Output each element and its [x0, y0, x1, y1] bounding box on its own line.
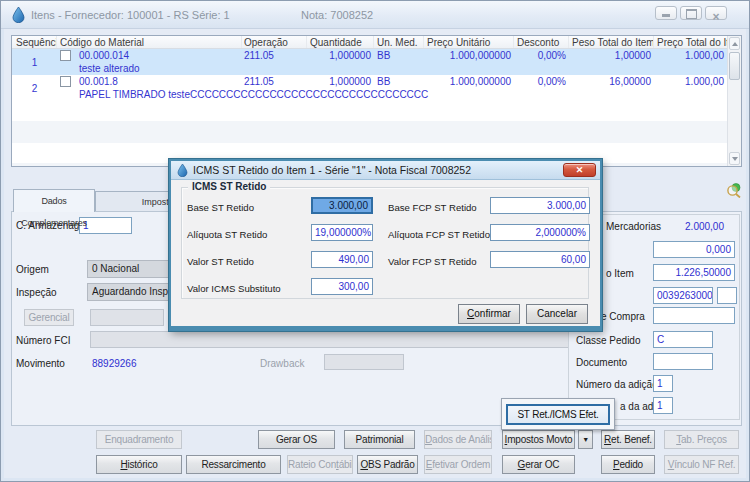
column-header-peso-total[interactable]: Peso Total do Item [569, 36, 654, 48]
row-description: teste alterado [77, 62, 727, 75]
row-unit: BB [374, 49, 424, 62]
row-checkbox-cell [57, 49, 77, 62]
dialog-close-button[interactable]: ✕ [563, 163, 596, 177]
patrimonial-button[interactable]: Patrimonial [344, 430, 415, 449]
row-weight-total: 1,00000 [569, 49, 654, 62]
tab-dados-complementares[interactable]: Dados Complementares [13, 189, 95, 212]
gerencial-button[interactable]: Gerencial [24, 309, 74, 326]
column-header-operacao[interactable]: Operação [242, 36, 307, 48]
vertical-scrollbar[interactable] [727, 36, 741, 166]
st-ret-icms-button[interactable]: ST Ret./ICMS Efet. [506, 404, 610, 425]
historico-button[interactable]: Histórico [96, 455, 182, 474]
preco-item-label: o Item [606, 268, 634, 279]
efetivar-ordem-button[interactable]: Efetivar Ordem [424, 455, 492, 474]
row-quantity: 1,000000 [307, 49, 374, 62]
row-description: PAPEL TIMBRADO testeCCCCCCCCCCCCCCCCCCCC… [77, 88, 727, 101]
ret-benef-button[interactable]: Ret. Benef. [601, 430, 655, 449]
dialog-titlebar: ICMS ST Retido do Item 1 - Série "1" - N… [171, 161, 600, 180]
gerencial-field [90, 309, 164, 326]
arrow-down-icon [732, 157, 738, 161]
origem-label: Origem [16, 264, 49, 275]
zoom-icon[interactable] [726, 182, 742, 198]
maximize-button[interactable] [680, 6, 702, 20]
row-code: 00.001.8 [77, 75, 242, 88]
base-st-label: Base ST Retido [187, 202, 254, 213]
rateio-contabil-button[interactable]: Rateio Contábil [287, 455, 353, 474]
valor-icms-substituto-label: Valor ICMS Substituto [187, 283, 281, 294]
table-header: Sequência Código do Material Operação Qu… [12, 36, 727, 49]
minimize-button[interactable] [655, 6, 677, 20]
aliquota-fcp-label: Alíquota FCP ST Retido [388, 229, 490, 240]
table-body: 100.000.014211.051,000000BB1.000,0000000… [12, 49, 727, 101]
row-checkbox[interactable] [60, 50, 71, 61]
dialog-icon [177, 164, 188, 177]
base-st-input[interactable]: 3.000,00 [311, 197, 373, 214]
aliquota-st-input[interactable]: 19,000000% [311, 224, 373, 241]
row-operation: 211.05 [242, 49, 307, 62]
valor-icms-substituto-input[interactable]: 300,00 [311, 278, 373, 295]
row-checkbox[interactable] [60, 76, 71, 87]
valor-fcp-label: Valor FCP ST Retido [388, 256, 477, 267]
dados-analise-button[interactable]: Dados de Análise [424, 430, 492, 449]
row-sequence: 2 [12, 75, 57, 101]
aliquota-st-label: Alíquota ST Retido [187, 229, 267, 240]
codigo-aux-field[interactable] [717, 287, 737, 304]
table-row[interactable]: 200.001.8211.051,000000BB1.000,0000000,0… [12, 75, 727, 101]
aliquota-fcp-input[interactable]: 2,000000% [490, 224, 590, 241]
peso-field[interactable]: 0,000 [653, 241, 735, 258]
numero-adicao-label: Número da adição [576, 379, 658, 390]
drawback-field [324, 354, 404, 370]
row-code: 00.000.014 [77, 49, 242, 62]
column-header-quantidade[interactable]: Quantidade [307, 36, 374, 48]
impostos-movto-dropdown-button[interactable]: ▼ [578, 430, 593, 449]
table-empty-stripes [12, 101, 727, 166]
impostos-movto-button[interactable]: Impostos Movto [502, 430, 575, 449]
row-operation: 211.05 [242, 75, 307, 88]
enquadramento-button[interactable]: Enquadramento [96, 430, 182, 449]
confirm-button[interactable]: Confirmar [458, 304, 520, 324]
gerar-os-button[interactable]: Gerar OS [258, 430, 335, 449]
pedido-button[interactable]: Pedido [601, 455, 655, 474]
preco-item-field[interactable]: 1.226,50000 [653, 264, 735, 281]
column-header-sequencia[interactable]: Sequência [12, 36, 57, 48]
classe-pedido-field[interactable]: C [653, 331, 713, 348]
ressarcimento-button[interactable]: Ressarcimento [186, 455, 281, 474]
row-discount: 0,00% [514, 49, 569, 62]
inspecao-label: Inspeção [16, 287, 57, 298]
close-button[interactable] [705, 6, 727, 20]
row-discount: 0,00% [514, 75, 569, 88]
scroll-down-button[interactable] [729, 152, 740, 165]
vinculo-nf-ref-button[interactable]: Vínculo NF Ref. [664, 455, 739, 474]
row-price-total: 1.000,00 [654, 75, 727, 88]
valor-st-input[interactable]: 490,00 [311, 251, 373, 268]
column-header-preco-unitario[interactable]: Preço Unitário [424, 36, 514, 48]
column-header-unmed[interactable]: Un. Med. [374, 36, 424, 48]
dialog-title: ICMS ST Retido do Item 1 - Série "1" - N… [193, 161, 471, 180]
table-row[interactable]: 100.000.014211.051,000000BB1.000,0000000… [12, 49, 727, 75]
tab-precos-button[interactable]: Tab. Preços [664, 430, 739, 449]
column-header-desconto[interactable]: Desconto [514, 36, 569, 48]
row-unit-price: 1.000,000000 [424, 75, 514, 88]
sequencia-adicao-field[interactable]: 1 [653, 397, 673, 414]
classe-pedido-label: Classe Pedido [576, 335, 640, 346]
base-fcp-label: Base FCP ST Retido [388, 202, 477, 213]
column-header-preco-total[interactable]: Preço Total do Item [654, 36, 727, 48]
icms-st-dialog: ICMS ST Retido do Item 1 - Série "1" - N… [169, 159, 602, 331]
gerar-oc-button[interactable]: Gerar OC [502, 455, 575, 474]
chevron-down-icon: ▼ [582, 436, 589, 443]
cancel-button[interactable]: Cancelar [526, 304, 588, 324]
app-icon [12, 7, 25, 23]
valor-fcp-input[interactable]: 60,00 [490, 251, 590, 268]
window-titlebar: Itens - Fornecedor: 100001 - RS Série: 1… [1, 1, 749, 29]
column-header-codigo[interactable]: Código do Material [57, 36, 242, 48]
window-title: Itens - Fornecedor: 100001 - RS Série: 1 [31, 1, 230, 29]
numero-adicao-field[interactable]: 1 [653, 375, 673, 392]
documento-field[interactable] [653, 353, 713, 370]
base-fcp-input[interactable]: 3.000,00 [490, 197, 590, 214]
obs-padrao-button[interactable]: OBS Padrão [357, 455, 418, 474]
scroll-up-button[interactable] [729, 37, 740, 50]
movimento-value: 88929266 [92, 358, 137, 369]
scroll-thumb[interactable] [729, 52, 740, 80]
compra-field[interactable] [653, 307, 735, 324]
codigo-field[interactable]: 0039263000 [653, 287, 713, 304]
